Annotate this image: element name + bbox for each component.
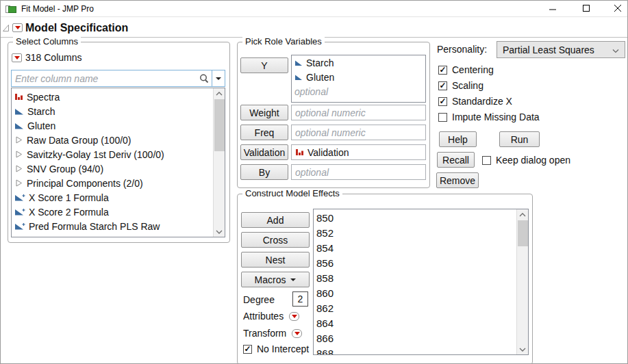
list-item[interactable]: Principal Components (2/0) <box>12 176 213 190</box>
scroll-down-icon[interactable] <box>214 226 225 237</box>
y-role-listbox[interactable]: Starch Gluten optional <box>291 55 426 103</box>
scrollbar-thumb[interactable] <box>518 220 528 246</box>
search-icon[interactable] <box>199 73 210 84</box>
keep-dialog-open-checkbox[interactable] <box>482 156 491 165</box>
group-arrow-icon[interactable] <box>14 179 23 187</box>
impute-missing-data-option[interactable]: Impute Missing Data <box>438 112 540 122</box>
help-button[interactable]: Help <box>439 131 477 147</box>
keep-dialog-open-option[interactable]: Keep dialog open <box>482 155 570 166</box>
centering-option[interactable]: Centering <box>438 64 494 75</box>
freq-role-field[interactable] <box>291 125 426 140</box>
scaling-checkbox[interactable] <box>438 81 447 90</box>
model-specification-header: Model Specification <box>1 18 627 38</box>
macros-button[interactable]: Macros <box>241 272 310 287</box>
minimize-icon <box>549 4 557 12</box>
nominal-bars-icon <box>14 92 23 101</box>
y-role-item[interactable]: Starch <box>292 55 425 70</box>
remove-button[interactable]: Remove <box>436 172 479 188</box>
degree-label: Degree <box>243 294 275 305</box>
list-item[interactable]: Savitzky-Golay 1st Deriv (100/0) <box>12 147 213 161</box>
page-title: Model Specification <box>25 22 128 34</box>
group-arrow-icon[interactable] <box>14 150 23 159</box>
titlebar-separator <box>1 16 627 17</box>
close-icon <box>614 4 622 12</box>
columns-red-triangle-button[interactable] <box>12 53 22 62</box>
weight-role-field[interactable] <box>291 105 426 120</box>
group-arrow-icon[interactable] <box>14 164 23 173</box>
column-search-box <box>11 70 225 87</box>
minimize-button[interactable] <box>541 1 564 16</box>
list-item[interactable]: SNV Group (94/0) <box>12 161 213 176</box>
continuous-icon <box>294 59 303 66</box>
y-role-item[interactable]: Gluten <box>292 70 425 84</box>
standardize-x-option[interactable]: Standardize X <box>438 96 512 107</box>
y-role-button[interactable]: Y <box>240 57 288 73</box>
chevron-down-icon <box>216 77 221 80</box>
attributes-red-triangle-button[interactable] <box>289 312 299 321</box>
effects-list-scrollbar[interactable] <box>516 209 528 354</box>
weight-role-button[interactable]: Weight <box>240 105 288 120</box>
no-intercept-checkbox[interactable] <box>243 345 252 354</box>
validation-role-field[interactable]: Validation <box>291 144 426 160</box>
search-options-dropdown[interactable] <box>212 70 225 86</box>
scroll-up-icon[interactable] <box>517 209 528 220</box>
recall-button[interactable]: Recall <box>437 152 475 168</box>
disclosure-triangle-icon[interactable] <box>2 24 10 32</box>
nest-button[interactable]: Nest <box>241 252 310 268</box>
effect-item[interactable]: 862 <box>314 300 516 315</box>
effect-item[interactable]: 868 <box>314 346 516 355</box>
freq-role-button[interactable]: Freq <box>240 125 288 140</box>
transform-red-triangle-button[interactable] <box>292 329 302 338</box>
list-item[interactable]: X Score 2 Formula <box>12 205 213 219</box>
group-arrow-icon[interactable] <box>14 135 23 144</box>
column-list-scrollbar[interactable] <box>213 88 225 237</box>
scaling-option[interactable]: Scaling <box>438 80 483 91</box>
effect-item[interactable]: 858 <box>314 270 516 285</box>
effect-item[interactable]: 852 <box>314 225 516 240</box>
cross-button[interactable]: Cross <box>241 232 310 248</box>
continuous-formula-icon <box>14 193 25 202</box>
column-label: Raw Data Group (100/0) <box>27 135 131 146</box>
list-item[interactable]: Pred Formula Starch PLS Raw <box>12 219 213 233</box>
continuous-icon <box>294 73 303 81</box>
transform-label: Transform <box>243 328 286 339</box>
run-button[interactable]: Run <box>499 131 540 147</box>
effect-item[interactable]: 854 <box>314 240 516 255</box>
validation-role-button[interactable]: Validation <box>240 144 288 160</box>
scroll-down-icon[interactable] <box>517 344 528 354</box>
effect-item[interactable]: 856 <box>314 255 516 270</box>
impute-missing-data-checkbox[interactable] <box>438 113 447 122</box>
column-label: Pred Formula Starch PLS Raw <box>29 221 160 232</box>
columns-count-label: 318 Columns <box>25 52 82 63</box>
red-triangle-menu-button[interactable] <box>12 23 23 32</box>
select-columns-panel: Select Columns 318 Columns Spectra Starc… <box>8 42 230 243</box>
list-item[interactable]: Gluten <box>12 118 213 133</box>
list-item[interactable]: Raw Data Group (100/0) <box>12 133 213 147</box>
scrollbar-thumb[interactable] <box>214 99 225 151</box>
list-item[interactable]: X Score 1 Formula <box>12 190 213 205</box>
column-label: Savitzky-Golay 1st Deriv (100/0) <box>27 149 164 160</box>
by-role-field[interactable] <box>291 164 426 180</box>
effect-item[interactable]: 866 <box>314 330 516 346</box>
centering-checkbox[interactable] <box>438 66 447 75</box>
effect-item[interactable]: 850 <box>314 210 516 225</box>
column-label: Starch <box>27 106 55 117</box>
add-button[interactable]: Add <box>241 212 310 228</box>
list-item[interactable]: Spectra <box>12 90 213 104</box>
model-effects-list: 850 852 854 856 858 860 862 864 866 868 <box>313 209 529 355</box>
effect-item[interactable]: 860 <box>314 285 516 300</box>
search-input[interactable] <box>12 71 199 86</box>
construct-model-effects-title: Construct Model Effects <box>242 188 342 198</box>
no-intercept-option[interactable]: No Intercept <box>243 343 309 354</box>
close-button[interactable] <box>606 1 628 16</box>
by-role-button[interactable]: By <box>240 164 288 180</box>
effect-item[interactable]: 864 <box>314 315 516 330</box>
list-item[interactable]: Starch <box>12 104 213 118</box>
attributes-row: Attributes <box>243 311 299 322</box>
scroll-up-icon[interactable] <box>214 88 225 99</box>
personality-select[interactable]: Partial Least Squares <box>497 41 625 58</box>
continuous-icon <box>14 107 24 116</box>
maximize-button[interactable] <box>575 1 598 16</box>
degree-value-box[interactable]: 2 <box>292 291 308 307</box>
standardize-x-checkbox[interactable] <box>438 97 447 106</box>
